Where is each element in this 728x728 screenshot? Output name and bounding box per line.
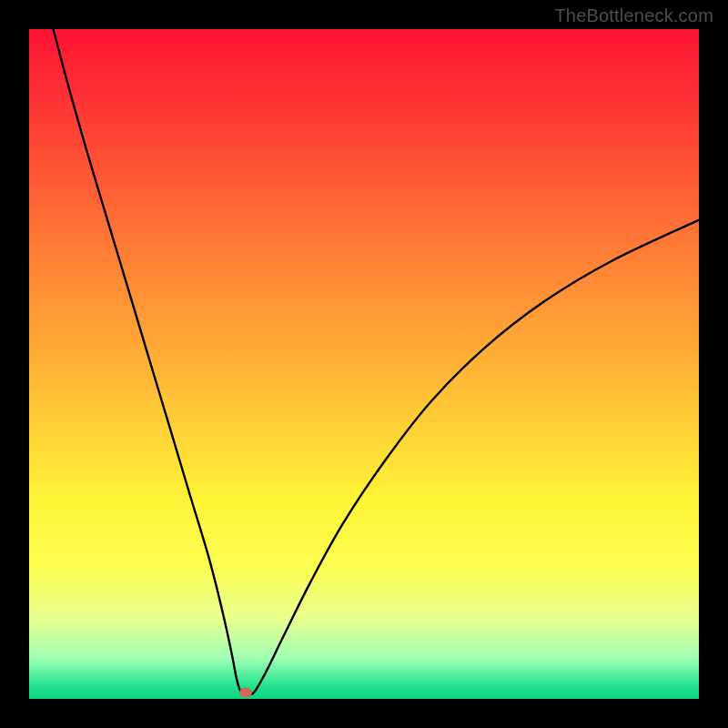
chart-frame: TheBottleneck.com [0, 0, 728, 728]
bottleneck-curve [29, 29, 699, 699]
watermark-text: TheBottleneck.com [554, 5, 713, 26]
optimal-point-marker [239, 688, 252, 698]
chart-plot-area [29, 29, 699, 699]
